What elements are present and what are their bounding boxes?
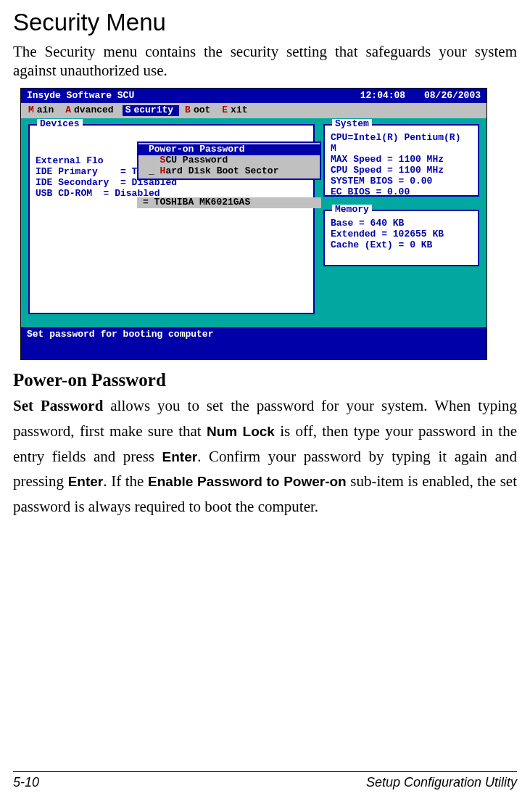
txt-num-lock: Num Lock: [207, 424, 275, 439]
bios-date: 08/26/2003: [424, 90, 481, 101]
mem-l3: Cache (Ext) = 0 KB: [331, 240, 472, 251]
dropdown-scu-password[interactable]: SCU Password: [138, 155, 320, 166]
panel-memory: Memory Base = 640 KB Extended = 102655 K…: [323, 210, 479, 266]
mem-l2: Extended = 102655 KB: [331, 229, 472, 240]
bios-help-text: Set password for booting computer: [21, 327, 486, 359]
sys-l2: MAX Speed = 1100 MHz: [331, 155, 472, 165]
mem-l1: Base = 640 KB: [331, 218, 472, 229]
dropdown-hard-disk-boot[interactable]: _ Hard Disk Boot Sector: [138, 166, 320, 177]
panel-devices: Devices External Flo IDE Primary = TOSHI…: [28, 124, 315, 314]
menu-advanced[interactable]: Advanced: [62, 105, 119, 116]
page-title: Security Menu: [13, 9, 517, 36]
section-heading: Power-on Password: [13, 370, 517, 390]
txt-set-password: Set Password: [13, 397, 103, 414]
menu-exit[interactable]: Exit: [219, 105, 253, 116]
menu-security[interactable]: Security: [123, 105, 179, 116]
sys-l3: CPU Speed = 1100 MHz: [331, 165, 472, 176]
bios-menubar: Main Advanced Security Boot Exit: [21, 103, 486, 118]
panel-devices-title: Devices: [37, 119, 83, 130]
sys-l1: CPU=Intel(R) Pentium(R) M: [331, 133, 472, 155]
menu-main[interactable]: Main: [25, 105, 59, 116]
page-footer: 5-10 Setup Configuration Utility: [13, 771, 517, 790]
sys-l4: SYSTEM BIOS = 0.00: [331, 176, 472, 187]
overlay-ide-row: = TOSHIBA MK6021GAS: [137, 197, 321, 208]
bios-titlebar: Insyde Software SCU 12:04:08 08/26/2003: [21, 89, 486, 104]
security-dropdown: Power-on Password SCU Password _ Hard Di…: [137, 142, 321, 180]
menu-boot[interactable]: Boot: [182, 105, 216, 116]
bios-brand: Insyde Software SCU: [27, 91, 134, 102]
panel-system: System CPU=Intel(R) Pentium(R) M MAX Spe…: [323, 124, 479, 197]
sys-l5: EC BIOS = 0.00: [331, 187, 472, 198]
footer-title: Setup Configuration Utility: [366, 775, 517, 790]
txt-enter-1: Enter: [162, 449, 198, 464]
page-number: 5-10: [13, 775, 39, 790]
section-paragraph: Set Password allows you to set the passw…: [13, 393, 517, 519]
bios-time: 12:04:08: [360, 90, 405, 101]
bios-screenshot: Insyde Software SCU 12:04:08 08/26/2003 …: [20, 88, 487, 361]
panel-memory-title: Memory: [332, 205, 372, 216]
intro-text: The Security menu contains the security …: [13, 42, 517, 81]
dropdown-power-on-password[interactable]: Power-on Password: [138, 144, 320, 155]
txt-enable-poweron: Enable Password to Power-on: [148, 474, 347, 489]
txt-enter-2: Enter: [68, 474, 104, 489]
panel-system-title: System: [332, 119, 372, 130]
